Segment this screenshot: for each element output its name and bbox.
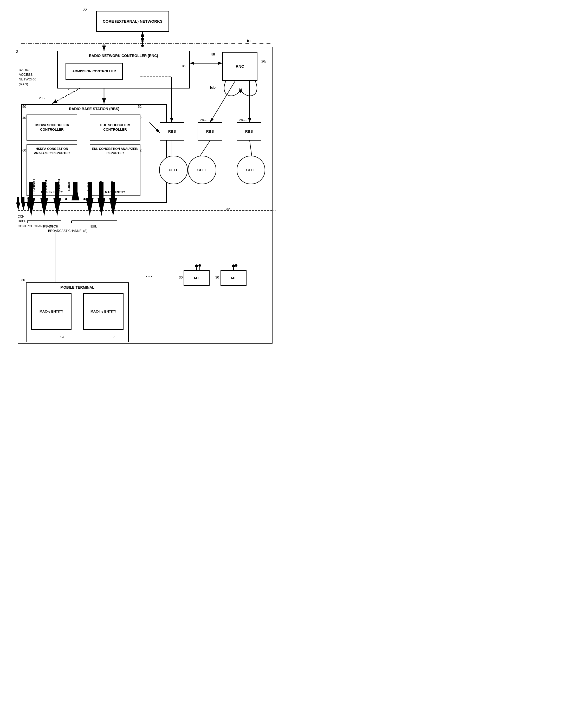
small-arrows-svg <box>15 195 41 212</box>
svg-point-84 <box>199 264 201 267</box>
control-channels-label: CONTROL CHANNEL(S) <box>18 224 53 228</box>
mobile-terminal-box: MOBILE TERMINAL MAC-e ENTITY 54 MAC-hs E… <box>26 283 129 342</box>
svg-point-64 <box>83 198 85 200</box>
svg-marker-57 <box>40 198 48 216</box>
rnc-title: RADIO NETWORK CONTROLLER (RNC) <box>58 53 189 58</box>
mt2-antenna-svg <box>226 263 247 271</box>
ref32-label: 32 <box>226 207 230 211</box>
iu-label: Iu <box>247 38 250 43</box>
svg-rect-63 <box>73 182 77 199</box>
mac-hs-entity-sub-box: MAC-hs ENTITY <box>83 293 123 330</box>
eul-scheduler-box: EUL SCHEDULER/ CONTROLLER <box>90 115 140 141</box>
hs-pdcch-label: HS-PDCCH <box>58 179 61 193</box>
ellipsis-label: ... <box>146 272 154 279</box>
diagram: 22 CORE (EXTERNAL) NETWORKS Iu 20 RADIOA… <box>0 0 285 364</box>
svg-marker-77 <box>16 202 20 210</box>
svg-rect-78 <box>17 197 19 203</box>
hs-scch-label: HS-SCCH <box>45 180 48 193</box>
cell3-circle: CELL <box>237 156 265 184</box>
svg-point-61 <box>65 198 67 200</box>
ref26-2-label: 26₂ <box>261 59 266 63</box>
rbs1-box: RBS <box>160 122 184 141</box>
ref30c-label: 30 <box>21 278 25 282</box>
mac-hs-entity-label: MAC-hs ENTITY <box>90 309 116 314</box>
svg-marker-79 <box>21 202 25 210</box>
ref28-1-1-label: 28₁₋₁ <box>39 96 46 100</box>
mt1-antenna-svg <box>189 263 210 271</box>
iur-label: Iur <box>211 52 215 56</box>
rnc-box: RADIO NETWORK CONTROLLER (RNC) ADMISSION… <box>57 51 190 88</box>
e-agch-label: E-AGCH <box>110 181 114 192</box>
svg-marker-8 <box>141 41 144 44</box>
ref60-label: 60 <box>22 148 26 152</box>
iub-label: Iub <box>210 85 216 89</box>
mac-e-entity-label: MAC-e ENTITY <box>39 309 63 314</box>
ref30a-label: 30 <box>179 276 183 279</box>
ref22-label: 22 <box>83 8 87 12</box>
rnc2-box: RNC <box>222 52 257 81</box>
mac-e-entity-sub-box: MAC-e ENTITY <box>31 293 71 330</box>
svg-marker-65 <box>86 198 94 216</box>
ran-label: RADIOACCESSNETWORK(RAN) <box>19 68 36 87</box>
hs-pdsch-label: HS-PDSCH <box>32 179 36 194</box>
ref50-label: 50 <box>22 105 26 109</box>
rbs3-box: RBS <box>237 122 261 141</box>
admission-controller-box: ADMISSION CONTROLLER <box>65 63 123 80</box>
core-networks-box: CORE (EXTERNAL) NETWORKS <box>96 11 169 32</box>
ref40-label: 40 <box>22 116 26 120</box>
mt1-box: MT <box>184 270 210 286</box>
hsdpa-congestion-label: HSDPA CONGESTION ANALYZER/ REPORTER <box>27 147 77 155</box>
svg-rect-80 <box>22 197 24 203</box>
svg-marker-69 <box>109 198 117 216</box>
ref30b-label: 30 <box>215 276 219 279</box>
svg-marker-67 <box>97 198 105 216</box>
svg-rect-82 <box>28 197 30 203</box>
rbs2-box: RBS <box>198 122 222 141</box>
ref28-2-1-label: 28₂₋₁ <box>200 118 208 122</box>
eul-congestion-label: EUL CONGESTION ANALYZER/ REPORTER <box>90 147 140 155</box>
ref52-label: 52 <box>138 105 141 109</box>
ref26-1-label: 26₁ <box>68 87 72 91</box>
ref28-2-2-label: 28₂₋₂ <box>239 118 247 122</box>
hsdpa-scheduler-box: HSDPA SCHEDULER/ CONTROLLER <box>26 115 77 141</box>
dpch-label: DPCH <box>18 219 26 223</box>
rbs-title: RADIO BASE STATION (RBS) <box>22 107 166 111</box>
e-hich-label: E-HICH <box>86 182 89 191</box>
cell2-circle: CELL <box>188 156 216 184</box>
eul-label: EUL <box>90 224 97 228</box>
svg-marker-59 <box>53 198 61 216</box>
cch-label: CCH <box>18 215 24 218</box>
svg-marker-81 <box>26 202 31 210</box>
e-dch-label: E-DCH <box>67 182 70 191</box>
ref54-label: 54 <box>60 336 64 340</box>
mt2-box: MT <box>221 270 247 286</box>
svg-point-86 <box>235 264 237 267</box>
cell1-circle: CELL <box>159 156 188 184</box>
mobile-terminal-title: MOBILE TERMINAL <box>26 285 128 290</box>
e-rgch-label: E-RGCH <box>99 181 102 192</box>
ref56-label: 56 <box>112 336 115 340</box>
broadcast-line-svg <box>53 232 58 265</box>
ref36-label: 36 <box>182 64 186 68</box>
